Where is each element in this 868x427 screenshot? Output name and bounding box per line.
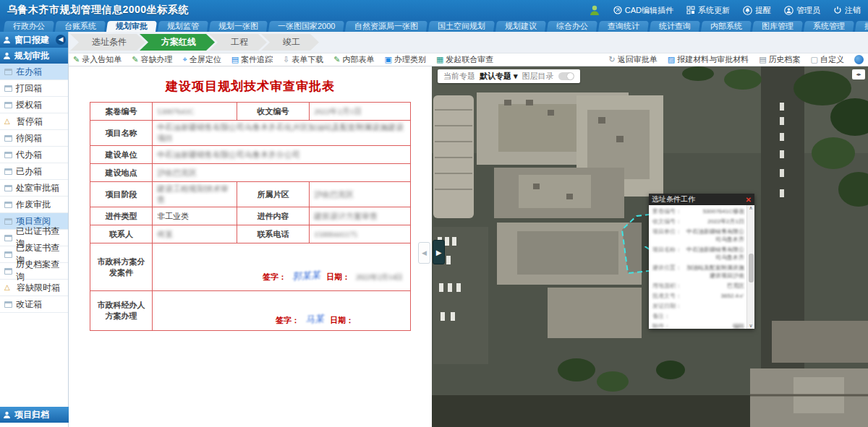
toolbar-right: ↻返回审批单 ▨报建材料与审批材料 ▤历史档案 ▢自定义 xyxy=(609,54,864,65)
tab-tukuguanli[interactable]: 图库管理 xyxy=(752,21,803,32)
cad-plugin-button[interactable]: CAD编辑插件 xyxy=(613,5,673,16)
admin-button[interactable]: 管理员 xyxy=(784,5,820,16)
tab-xingzhengbangong[interactable]: 行政办公 xyxy=(4,21,54,32)
table-row: 建设单位 中石油新疆销售有限公司乌鲁木齐分公司 xyxy=(90,146,411,164)
form-download-button[interactable]: ⇩表单下载 xyxy=(283,54,323,65)
return-approval-button[interactable]: ↻返回审批单 xyxy=(609,54,658,65)
tray-icon xyxy=(4,102,12,108)
tab-zonghebangong[interactable]: 综合办公 xyxy=(547,21,597,32)
power-icon xyxy=(833,6,842,14)
layer-catalog-label[interactable]: 图层目录 xyxy=(522,71,554,82)
popup-scrollbar[interactable]: ∧ ∨ xyxy=(746,205,754,329)
edit-icon: ✎ xyxy=(132,56,138,64)
panel-toggle-button[interactable] xyxy=(854,55,864,64)
scroll-thumb[interactable] xyxy=(749,254,754,282)
system-title: 乌鲁木齐市规划管理信息2000坐标系统 xyxy=(7,4,189,17)
close-icon[interactable]: ✕ xyxy=(746,196,752,204)
sidebar-item-chushishenpixiang[interactable]: 处室审批箱 xyxy=(0,180,68,197)
scroll-down-icon[interactable]: ∨ xyxy=(749,323,752,329)
date-label: 日期： xyxy=(330,315,354,326)
sidebar-group-xiangmuguidang[interactable]: 项目归档 xyxy=(0,407,69,423)
tab-guihuayizhangtu[interactable]: 规划一张图 xyxy=(209,21,268,32)
user-avatar-icon[interactable] xyxy=(589,4,600,16)
tab-ziranziyuanju[interactable]: 自然资源局一张图 xyxy=(345,21,427,32)
tolerance-handle-button[interactable]: ✎容缺办理 xyxy=(132,54,172,65)
sidebar-item-gaizhengxiang[interactable]: 改证箱 xyxy=(0,296,68,313)
tray-icon xyxy=(4,268,12,275)
popup-header[interactable]: 选址条件工作 ✕ xyxy=(649,194,754,205)
system-update-button[interactable]: 系统更新 xyxy=(686,5,730,16)
tab-guihuashenpi[interactable]: 规划审批 xyxy=(106,21,157,32)
field-value: 2022年2月1日 xyxy=(310,103,411,121)
sidebar-collapse-button[interactable]: ◀ xyxy=(56,35,66,45)
joint-review-button[interactable]: ▦发起联合审查 xyxy=(436,54,493,65)
tab-taizhangxitong[interactable]: 台账系统 xyxy=(55,21,106,32)
expand-right-arrow-button[interactable]: ▶ xyxy=(433,240,445,264)
step-fanganhongxian[interactable]: 方案红线 xyxy=(140,34,215,51)
signature-cell: 签字： 马某 日期： xyxy=(153,291,411,331)
tab-neibuxitong[interactable]: 内部系统 xyxy=(701,21,752,32)
step-xuanzhitiaojian[interactable]: 选址条件 xyxy=(70,34,145,51)
field-value: 沙依巴克区 xyxy=(153,164,411,182)
tab-pihoujiancha[interactable]: 批后监察 xyxy=(855,21,868,32)
logout-button[interactable]: 注销 xyxy=(833,5,861,16)
tab-guihuajianyi[interactable]: 规划建议 xyxy=(495,21,546,32)
map-panel[interactable]: 当前专题 默认专题 ▾ 图层目录 ◂▸ 选址条件工作 ✕ 案卷编号：5300 xyxy=(432,66,868,427)
sidebar-item-zaibanxiang[interactable]: 在办箱 xyxy=(0,64,68,80)
sign-label: 签字： xyxy=(276,315,299,326)
tab-tongjichaxun[interactable]: 统计查询 xyxy=(650,21,700,32)
tray-icon xyxy=(4,218,12,225)
scroll-up-icon[interactable]: ∧ xyxy=(749,205,752,211)
sidebar-item-rongquexianshi[interactable]: △容缺限时箱 xyxy=(0,280,68,296)
handle-category-button[interactable]: ▣办理类别 xyxy=(384,54,425,65)
warning-triangle-icon: △ xyxy=(4,284,13,291)
layer-toggle[interactable] xyxy=(558,72,574,80)
sidebar-item-dahuixiang[interactable]: 打回箱 xyxy=(0,80,68,97)
warning-triangle-icon: △ xyxy=(4,118,13,125)
signature: 郭某某 xyxy=(292,268,320,283)
main-nav: 行政办公 台账系统 规划审批 规划监管 规划一张图 一张图国家2000 自然资源… xyxy=(0,20,868,32)
tab-guotukongjian[interactable]: 国土空间规划 xyxy=(428,21,495,32)
sidebar-group-chuangkoubaojian[interactable]: 窗口报建 ◀ xyxy=(0,32,68,48)
sidebar-item-daiyuexiang[interactable]: 待阅箱 xyxy=(0,130,68,147)
step-gongcheng[interactable]: 工程 xyxy=(209,34,267,51)
step-jungong[interactable]: 竣工 xyxy=(261,34,319,51)
field-label: 市政科方案分发案件 xyxy=(90,243,153,291)
field-label: 联系电话 xyxy=(237,225,310,243)
tab-chaxuntongji[interactable]: 查询统计 xyxy=(598,21,649,32)
customize-button[interactable]: ▢自定义 xyxy=(811,54,844,65)
sidebar-item-lishidangan[interactable]: 历史档案查询 xyxy=(0,263,68,280)
tray-icon xyxy=(4,251,12,258)
grid-doc-icon: ▦ xyxy=(436,56,443,64)
enter-notice-button[interactable]: ✎录入告知单 xyxy=(73,54,122,65)
process-steps: 选址条件 方案红线 工程 竣工 xyxy=(69,32,868,53)
map-collapse-button[interactable]: ◂▸ xyxy=(852,69,865,79)
tab-yizhangtu2000[interactable]: 一张图国家2000 xyxy=(268,21,345,32)
download-icon: ⇩ xyxy=(283,56,289,64)
theme-dropdown[interactable]: 默认专题 ▾ xyxy=(480,71,518,82)
sidebar-item-zantingxiang[interactable]: △暂停箱 xyxy=(0,113,68,130)
sidebar-group-guihuashenpi[interactable]: 规划审批 xyxy=(0,48,68,64)
toolbar-left: ✎录入告知单 ✎容缺办理 ⌖全屏定位 ▤案件追踪 ⇩表单下载 ✎内部表单 ▣办理… xyxy=(73,54,493,65)
top-header: 乌鲁木齐市规划管理信息2000坐标系统 CAD编辑插件 系统更新 提醒 管理员 xyxy=(0,0,868,20)
internal-form-button[interactable]: ✎内部表单 xyxy=(333,54,374,65)
popup-row: 案卷编号：53007641C修改 xyxy=(652,207,744,215)
reminder-button[interactable]: 提醒 xyxy=(743,5,771,16)
field-label: 案卷编号 xyxy=(90,103,153,121)
field-value: 何某 xyxy=(153,225,237,243)
sidebar-item-shouquanxiang[interactable]: 授权箱 xyxy=(0,97,68,113)
sidebar-item-daibanxiang[interactable]: 代办箱 xyxy=(0,147,68,163)
tab-guihuajianguan[interactable]: 规划监管 xyxy=(158,21,208,32)
collapse-left-arrow-button[interactable]: ◀ xyxy=(418,242,430,264)
tab-xitongguanli[interactable]: 系统管理 xyxy=(804,21,854,32)
sidebar-item-zuofeishenpi[interactable]: 作废审批 xyxy=(0,197,68,213)
sidebar-item-yibanxiang[interactable]: 已办箱 xyxy=(0,163,68,180)
fullscreen-locate-button[interactable]: ⌖全屏定位 xyxy=(182,54,221,65)
materials-button[interactable]: ▨报建材料与审批材料 xyxy=(668,54,749,65)
person-circle-icon xyxy=(784,6,793,15)
table-row: 市政科方案分发案件 签字： 郭某某 日期： 2022年2月14日 xyxy=(90,243,411,291)
popup-row: 备注： xyxy=(652,312,744,320)
popup-row: 用地面积：巴克区 xyxy=(652,282,744,290)
case-track-button[interactable]: ▤案件追踪 xyxy=(231,54,273,65)
history-archive-button[interactable]: ▤历史档案 xyxy=(759,54,800,65)
